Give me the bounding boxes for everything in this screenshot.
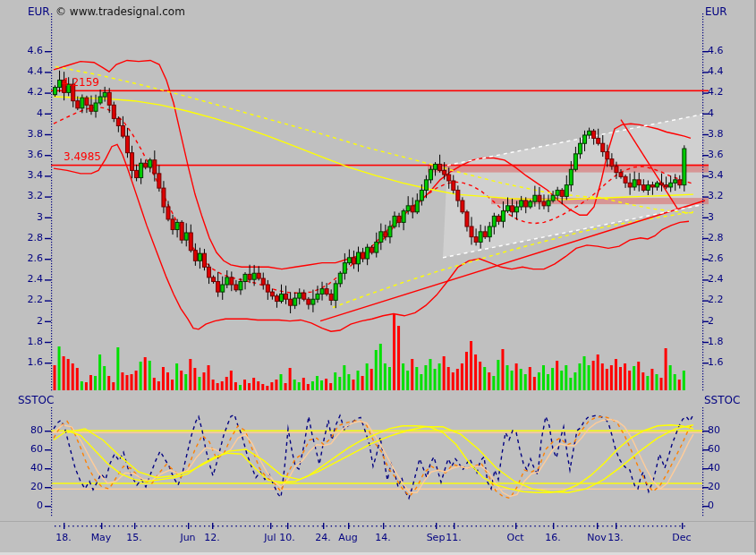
- price-axis-label-right: 1.8: [708, 336, 724, 347]
- price-axis-label-left: 4: [0, 107, 43, 119]
- date-axis-label: 18.: [50, 532, 77, 543]
- date-axis-label: May: [88, 532, 115, 543]
- date-axis-label: 12.: [199, 532, 225, 543]
- price-axis-label-left: 2.4: [0, 273, 43, 285]
- stoch-axis-label-right: 60: [708, 443, 720, 455]
- price-axis-label-right: 3.4: [708, 169, 724, 181]
- stoch-axis-label-right: 80: [708, 424, 720, 436]
- price-axis-label-left: 3.4: [0, 169, 43, 181]
- price-axis-label-right: 4.6: [708, 45, 724, 56]
- date-axis-label: Dec: [668, 532, 695, 543]
- date-axis-label: 14.: [370, 532, 396, 543]
- price-axis-label-right: 4.2: [708, 86, 724, 98]
- price-axis-label-right: 1.6: [708, 356, 724, 368]
- price-axis-label-left: 4.6: [0, 45, 43, 56]
- price-axis-label-left: 2.8: [0, 232, 43, 243]
- stoch-axis-label-left: 80: [0, 424, 43, 436]
- price-axis-label-right: 2.8: [708, 232, 724, 243]
- date-axis-label: 16.: [539, 532, 566, 543]
- price-axis-label-left: 2.2: [0, 294, 43, 305]
- price-annotation-4-2159: 4.2159: [62, 77, 99, 89]
- date-axis-label: 11.: [440, 532, 467, 543]
- price-axis-label-left: 3.8: [0, 128, 43, 140]
- date-axis-label: 13.: [602, 532, 629, 543]
- date-axis-label: Jun: [174, 532, 201, 543]
- price-axis-label-left: 3: [0, 211, 43, 223]
- price-axis-label-left: 2.6: [0, 252, 43, 264]
- price-axis-label-right: 2.4: [708, 273, 724, 285]
- price-axis-label-left: 1.6: [0, 356, 43, 368]
- price-annotation-3-4985: 3.4985: [64, 151, 101, 163]
- currency-label-right: EUR: [705, 5, 727, 18]
- price-axis-label-right: 3.2: [708, 190, 724, 201]
- price-axis-label-left: 2: [0, 315, 43, 327]
- date-axis-label: Oct: [502, 532, 529, 543]
- price-axis-label-right: 2.2: [708, 294, 724, 305]
- price-axis-label-left: 4.4: [0, 65, 43, 77]
- copyright-text: © www.tradesignal.com: [55, 5, 185, 18]
- stoch-axis-label-right: 20: [708, 481, 720, 492]
- chart-window: EUR © www.tradesignal.com EUR 4.2159 3.4…: [0, 0, 756, 555]
- stoch-axis-label-left: 0: [0, 500, 43, 511]
- stoch-axis-label-left: 40: [0, 462, 43, 474]
- price-axis-label-right: 2.6: [708, 252, 724, 264]
- date-axis-label: Aug: [335, 532, 361, 543]
- stoch-axis-label-left: 60: [0, 443, 43, 455]
- price-axis-label-right: 4: [708, 107, 714, 119]
- stochastic-label-left: SSTOC: [18, 394, 54, 406]
- price-axis-label-left: 3.6: [0, 149, 43, 160]
- price-axis-label-right: 3.8: [708, 128, 724, 140]
- price-axis-label-right: 3.6: [708, 149, 724, 160]
- price-axis-label-left: 4.2: [0, 86, 43, 98]
- stoch-axis-label-left: 20: [0, 481, 43, 492]
- date-axis-label: 15.: [121, 532, 148, 543]
- date-axis-label: 24.: [310, 532, 336, 543]
- price-axis-label-right: 2: [708, 315, 714, 327]
- price-axis-label-right: 3: [708, 211, 714, 223]
- date-axis-label: 10.: [274, 532, 301, 543]
- price-axis-label-right: 4.4: [708, 65, 724, 77]
- stoch-axis-label-right: 0: [708, 500, 714, 511]
- currency-label-left: EUR: [28, 5, 50, 18]
- price-chart-canvas[interactable]: [0, 0, 756, 555]
- stoch-axis-label-right: 40: [708, 462, 720, 474]
- price-axis-label-left: 3.2: [0, 190, 43, 201]
- stochastic-label-right: SSTOC: [704, 394, 740, 406]
- price-axis-label-left: 1.8: [0, 336, 43, 347]
